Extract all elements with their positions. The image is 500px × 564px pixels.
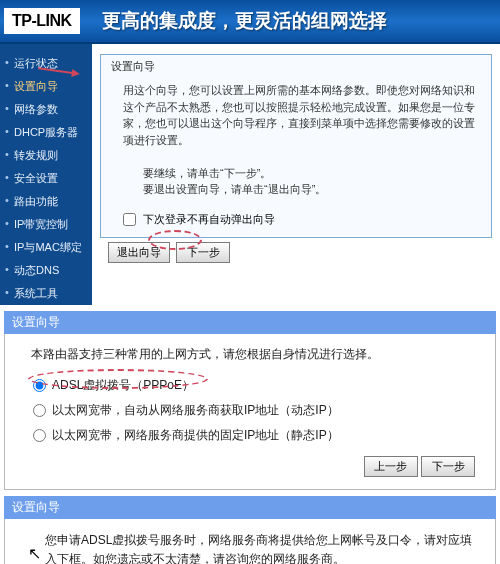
exit-wizard-button[interactable]: 退出向导 [108,242,170,263]
prev-button[interactable]: 上一步 [364,456,418,477]
sidebar-item-5[interactable]: 安全设置 [0,167,92,190]
wizard-title: 设置向导 [101,55,491,78]
radio-label-dynamic: 以太网宽带，自动从网络服务商获取IP地址（动态IP） [52,402,339,419]
panel-title: 设置向导 [4,311,496,334]
wizard-panel: 设置向导 用这个向导，您可以设置上网所需的基本网络参数。即使您对网络知识和这个产… [100,54,492,238]
panel-desc: 本路由器支持三种常用的上网方式，请您根据自身情况进行选择。 [31,346,479,363]
sidebar-item-0[interactable]: 运行状态 [0,52,92,75]
logo: TP-LINK [4,8,80,34]
sidebar-item-1[interactable]: 设置向导 [0,75,92,98]
sidebar-item-9[interactable]: 动态DNS [0,259,92,282]
radio-dynamic[interactable] [33,404,46,417]
radio-pppoe[interactable] [33,379,46,392]
radio-label-static: 以太网宽带，网络服务商提供的固定IP地址（静态IP） [52,427,339,444]
radio-static[interactable] [33,429,46,442]
next-button[interactable]: 下一步 [176,242,230,263]
tagline: 更高的集成度，更灵活的组网选择 [102,8,387,34]
sidebar-item-3[interactable]: DHCP服务器 [0,121,92,144]
panel-title-3: 设置向导 [4,496,496,519]
cursor-icon: ↖ [28,544,41,563]
sidebar-item-10[interactable]: 系统工具 [0,282,92,305]
panel-connection-type: 设置向导 本路由器支持三种常用的上网方式，请您根据自身情况进行选择。 ADSL虚… [4,311,496,490]
sidebar-item-7[interactable]: IP带宽控制 [0,213,92,236]
next-button-2[interactable]: 下一步 [421,456,475,477]
sidebar: 运行状态设置向导网络参数DHCP服务器转发规则安全设置路由功能IP带宽控制IP与… [0,44,92,305]
wizard-body: 用这个向导，您可以设置上网所需的基本网络参数。即使您对网络知识和这个产品不太熟悉… [101,78,491,206]
panel-desc-3: 您申请ADSL虚拟拨号服务时，网络服务商将提供给您上网帐号及口令，请对应填入下框… [45,531,473,564]
no-popup-checkbox[interactable] [123,213,136,226]
sidebar-item-2[interactable]: 网络参数 [0,98,92,121]
sidebar-item-8[interactable]: IP与MAC绑定 [0,236,92,259]
panel-credentials: 设置向导 您申请ADSL虚拟拨号服务时，网络服务商将提供给您上网帐号及口令，请对… [4,496,496,564]
header: TP-LINK 更高的集成度，更灵活的组网选择 [0,0,500,44]
radio-label-pppoe: ADSL虚拟拨号（PPPoE） [52,377,194,394]
sidebar-item-6[interactable]: 路由功能 [0,190,92,213]
checkbox-label: 下次登录不再自动弹出向导 [143,213,275,225]
sidebar-item-4[interactable]: 转发规则 [0,144,92,167]
wizard-checkbox-row: 下次登录不再自动弹出向导 [101,206,491,237]
